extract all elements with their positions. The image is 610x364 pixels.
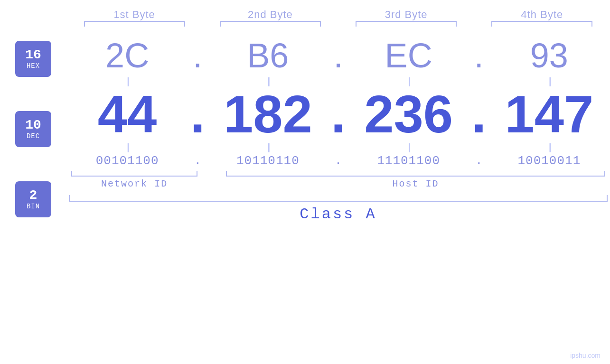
hex-value-4: 93: [530, 36, 568, 75]
bin-cell-3: 11101100: [348, 154, 469, 168]
hex-cell-4: 93: [488, 36, 610, 75]
host-bracket-container: [221, 171, 610, 177]
dec-dot-sep-2: .: [331, 88, 346, 141]
class-label-row: Class A: [66, 205, 610, 223]
eq2-3: ||: [408, 142, 409, 153]
dec-badge: 10 DEC: [15, 111, 51, 147]
dec-cell-4: 147: [488, 88, 610, 141]
id-labels: Network ID Host ID: [66, 178, 610, 189]
bottom-brackets: [66, 171, 610, 177]
bin-cell-2: 10110110: [207, 154, 328, 168]
class-label: Class A: [300, 205, 376, 223]
bin-badge-num: 2: [29, 188, 38, 203]
eq2-cell-3: ||: [348, 142, 469, 153]
dec-dot-2: .: [329, 88, 348, 141]
bin-value-2: 10110110: [236, 154, 300, 168]
dec-value-1: 44: [98, 88, 157, 141]
net-bracket-line: [71, 171, 197, 177]
byte-header-3: 3rd Byte: [338, 9, 474, 21]
dec-badge-wrapper: 10 DEC: [15, 101, 51, 158]
eq2-cell-4: ||: [488, 142, 610, 153]
eq2-cell-2: ||: [207, 142, 328, 153]
id-dot-spacer: [202, 178, 221, 189]
bracket-3: [338, 21, 474, 27]
equals-row-2: || || || ||: [66, 141, 610, 154]
dec-dot-1: .: [188, 88, 207, 141]
dec-value-4: 147: [505, 88, 593, 141]
bin-dot-1: .: [188, 154, 207, 168]
badge-column: 16 HEX 10 DEC 2 BIN: [0, 31, 66, 217]
byte-header-2: 2nd Byte: [202, 9, 338, 21]
bin-value-1: 00101100: [96, 154, 159, 168]
host-bracket-line: [226, 171, 605, 177]
bin-value-4: 10010011: [517, 154, 581, 168]
dec-badge-label: DEC: [27, 132, 40, 140]
hex-dot-sep-3: .: [474, 36, 484, 75]
content-rows: 16 HEX 10 DEC 2 BIN: [0, 31, 610, 223]
bin-cell-4: 10010011: [488, 154, 610, 168]
hex-badge-num: 16: [25, 48, 41, 63]
bracket-line-2: [220, 21, 321, 27]
hex-value-3: EC: [385, 36, 432, 75]
bin-dot-sep-2: .: [335, 154, 342, 168]
dec-dot-sep-3: .: [471, 88, 486, 141]
hex-cell-1: 2C: [66, 36, 188, 75]
dec-dot-3: .: [469, 88, 488, 141]
bracket-line-3: [356, 21, 457, 27]
dec-row: 44 . 182 . 236 . 147: [66, 88, 610, 141]
eq2-4: ||: [549, 142, 550, 153]
bin-value-3: 11101100: [377, 154, 440, 168]
hex-badge-wrapper: 16 HEX: [15, 41, 51, 77]
bin-dot-3: .: [469, 154, 488, 168]
hex-badge-label: HEX: [27, 62, 40, 70]
top-bracket-row: [0, 21, 610, 27]
bracket-line-4: [491, 21, 592, 27]
dec-dot-sep-1: .: [190, 88, 205, 141]
bracket-1: [66, 21, 202, 27]
dec-cell-1: 44: [66, 88, 188, 141]
eq2-cell-1: ||: [66, 142, 188, 153]
net-bracket-container: [66, 171, 202, 177]
watermark: ipshu.com: [570, 352, 601, 359]
dec-cell-3: 236: [348, 88, 469, 141]
host-id-label: Host ID: [393, 178, 439, 189]
dec-value-3: 236: [364, 88, 453, 141]
bracket-line-1: [84, 21, 185, 27]
network-id-label: Network ID: [101, 178, 168, 189]
hex-dot-2: .: [329, 36, 348, 75]
hex-value-2: B6: [247, 36, 289, 75]
hex-value-1: 2C: [105, 36, 149, 75]
dec-badge-num: 10: [25, 118, 41, 133]
bin-dot-sep-1: .: [194, 154, 201, 168]
class-bracket-line: [69, 195, 608, 202]
hex-badge: 16 HEX: [15, 41, 51, 77]
bin-row: 00101100 . 10110110 . 11101100 .: [66, 154, 610, 168]
hex-dot-3: .: [469, 36, 488, 75]
dec-value-2: 182: [224, 88, 312, 141]
network-id-label-cell: Network ID: [66, 178, 202, 189]
dec-cell-2: 182: [207, 88, 328, 141]
bracket-4: [474, 21, 610, 27]
bin-badge: 2 BIN: [15, 181, 51, 217]
hex-dot-sep-2: .: [333, 36, 343, 75]
host-id-label-cell: Host ID: [221, 178, 610, 189]
hex-row: 2C . B6 . EC . 93: [66, 36, 610, 75]
bin-badge-label: BIN: [27, 203, 40, 210]
bin-badge-wrapper: 2 BIN: [15, 181, 51, 217]
rows-area: 2C . B6 . EC . 93: [66, 31, 610, 223]
byte-headers: 1st Byte 2nd Byte 3rd Byte 4th Byte: [0, 0, 610, 21]
eq2-2: ||: [267, 142, 268, 153]
hex-dot-sep-1: .: [193, 36, 202, 75]
bin-dot-2: .: [329, 154, 348, 168]
eq2-1: ||: [127, 142, 128, 153]
byte-header-4: 4th Byte: [474, 9, 610, 21]
bin-cell-1: 00101100: [66, 154, 188, 168]
main-container: 1st Byte 2nd Byte 3rd Byte 4th Byte 16 H…: [0, 0, 610, 364]
bracket-2: [202, 21, 338, 27]
hex-dot-1: .: [188, 36, 207, 75]
bin-dot-sep-3: .: [475, 154, 483, 168]
hex-cell-2: B6: [207, 36, 328, 75]
bracket-dot-spacer: [202, 171, 221, 177]
byte-header-1: 1st Byte: [66, 9, 202, 21]
class-bracket-container: [66, 195, 610, 202]
